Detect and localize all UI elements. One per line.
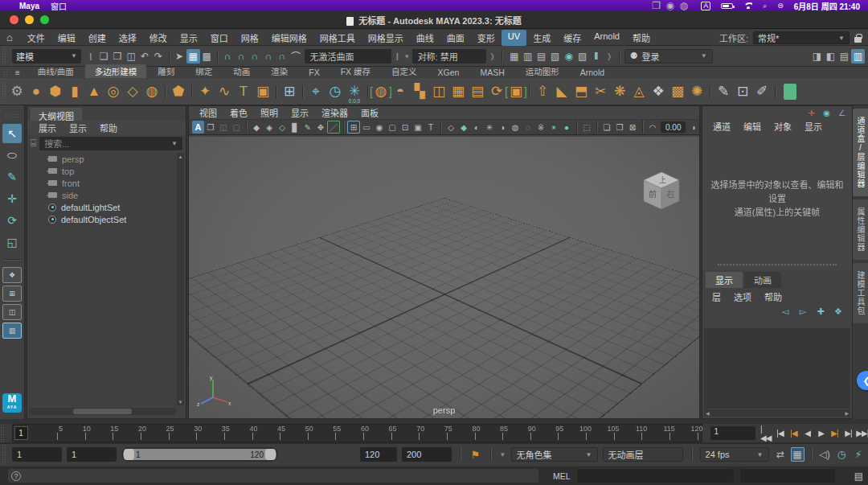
shelf-tab-[interactable]: 动画 <box>223 64 260 78</box>
timeline-tick-115[interactable]: 115 <box>642 425 670 442</box>
move-layer-up-icon[interactable]: ◅ <box>780 306 791 317</box>
step-back-frame-button[interactable]: |◀ <box>775 426 786 441</box>
snap-to-projected-center-icon[interactable]: ∩ <box>262 49 276 64</box>
menu-[interactable]: 缓存 <box>557 30 588 46</box>
login-select[interactable]: ⚉ 登录 ▼ <box>624 49 713 64</box>
shelf-tab-[interactable]: 运动图形 <box>516 64 569 78</box>
timeline-tick-50[interactable]: 50 <box>280 425 309 442</box>
speed-display-icon[interactable]: ◉ <box>821 108 832 117</box>
quadrangulate-icon[interactable]: ❖ <box>649 81 668 102</box>
channel-box-toggle[interactable]: ▤ <box>837 49 851 64</box>
outliner-horizontal-scrollbar[interactable] <box>29 408 176 415</box>
motion-blur-icon[interactable]: ◌ <box>522 121 534 134</box>
snap-to-point-icon[interactable]: ∩ <box>248 49 262 64</box>
rotate-tool[interactable]: ⟳ <box>2 211 22 230</box>
color-swatch[interactable] <box>784 84 796 100</box>
workspace-select[interactable]: 常规*▼ <box>753 31 850 44</box>
shelf-grip[interactable] <box>3 68 9 78</box>
symmetry-dropdown-arrow[interactable]: ▾ <box>405 52 409 60</box>
helix-icon[interactable]: ∿ <box>215 81 234 102</box>
reduce-icon[interactable]: ▤ <box>468 81 487 102</box>
script-editor-icon[interactable]: ▤ <box>854 471 863 482</box>
fps-select[interactable]: 24 fps▼ <box>700 447 769 462</box>
menu-[interactable]: 曲线 <box>410 30 440 46</box>
layout-saved-icon[interactable]: ◫ <box>217 121 230 134</box>
play-backwards-button[interactable]: ◀ <box>802 426 813 441</box>
modeling-toolkit-window-icon[interactable]: ⊞ <box>280 81 299 102</box>
go-to-start-button[interactable]: |◀◀ <box>760 426 772 441</box>
status-line-grip[interactable] <box>2 46 7 66</box>
polygon-torus-icon[interactable]: ◎ <box>104 81 123 102</box>
menu-[interactable]: 选择 <box>113 30 143 46</box>
wireframe-icon[interactable]: ◇ <box>444 121 457 134</box>
timeline-tick-70[interactable]: 70 <box>392 425 420 442</box>
group-collapse-chevron-3[interactable]: ❭ <box>489 52 496 60</box>
scroll-down-arrow[interactable]: ▼ <box>177 398 184 405</box>
create-bookmark-icon[interactable]: ⚑ <box>469 447 482 462</box>
menu-arnold[interactable]: Arnold <box>588 30 626 46</box>
polygon-cube-icon[interactable]: ⬢ <box>46 81 65 102</box>
select-by-object-icon[interactable]: ▦ <box>186 49 200 64</box>
scroll-left-arrow[interactable]: ◀ <box>704 410 711 416</box>
shelf-tab-mash[interactable]: MASH <box>470 67 514 78</box>
snap-to-view-plane-icon[interactable]: ∩ <box>276 49 289 64</box>
resolution-gate-icon[interactable]: ◉ <box>373 121 386 134</box>
lights-icon[interactable]: ⚹ <box>547 121 560 134</box>
shelf-tab-[interactable]: 自定义 <box>382 64 427 78</box>
shelf-tab-[interactable]: 多边形建模 <box>85 64 147 78</box>
menu-uv[interactable]: UV <box>502 30 526 46</box>
undo-icon[interactable]: ↶ <box>138 49 152 64</box>
group-collapse-chevron[interactable]: ❙ <box>88 52 94 60</box>
snap-to-curve-icon[interactable]: ∩ <box>235 49 248 64</box>
shelf-tab-[interactable]: 绑定 <box>186 64 222 78</box>
zero-transform-icon[interactable]: ✳0,0,0 <box>345 81 364 102</box>
grease-pencil-icon[interactable]: ✎ <box>301 121 314 134</box>
viewport-menu-[interactable]: 面板 <box>355 106 384 119</box>
group-collapse-chevron-4[interactable]: ❭ <box>606 52 612 60</box>
menu-[interactable]: 帮助 <box>626 30 657 46</box>
safe-title-icon[interactable]: T <box>424 121 437 134</box>
image-plane-icon[interactable]: ▊ <box>289 121 301 134</box>
multi-cut-preview-icon[interactable]: ✂ <box>591 81 610 102</box>
outliner-item-side[interactable]: side <box>29 189 176 201</box>
fill-hole-icon[interactable]: ▦ <box>448 81 468 102</box>
layout-two-pane-button[interactable]: ◫ <box>2 304 22 320</box>
tool-settings-toggle[interactable]: ◧ <box>824 49 837 64</box>
play-forwards-button[interactable]: ▶ <box>816 426 827 441</box>
safe-action-icon[interactable]: ▣ <box>411 121 424 134</box>
select-tool[interactable]: ↖ <box>2 124 22 143</box>
shelf-tab-arnold[interactable]: Arnold <box>571 67 614 78</box>
timeline-tick-20[interactable]: 20 <box>113 425 141 442</box>
film-gate-icon[interactable]: ▭ <box>360 121 373 134</box>
character-set-arrow[interactable]: ▾ <box>501 450 505 458</box>
layout-four-pane-button[interactable]: ⊞ <box>2 286 22 302</box>
delete-history-icon[interactable]: ◷ <box>326 81 345 102</box>
combine-icon[interactable]: ◍ <box>371 81 391 102</box>
layer-editor-scrollbar[interactable]: ◀ ▶ <box>704 409 850 417</box>
snap-to-grid-icon[interactable]: ∩ <box>221 49 235 64</box>
menu-[interactable]: 编辑网格 <box>265 30 313 46</box>
outliner-menu-[interactable]: 帮助 <box>95 121 122 134</box>
timeline-tick-35[interactable]: 35 <box>197 425 225 442</box>
polygon-cylinder-icon[interactable]: ▮ <box>65 81 84 102</box>
playback-start-field[interactable]: 1 <box>67 447 117 462</box>
scroll-right-arrow[interactable]: ▶ <box>843 410 850 416</box>
layout-single-icon[interactable]: ❐ <box>204 121 217 134</box>
symmetry-field[interactable]: 对称: 禁用 <box>412 49 486 64</box>
exposure-icon[interactable]: ◠ <box>646 121 659 134</box>
macos-app-menu[interactable]: Maya <box>19 2 39 10</box>
open-scene-icon[interactable]: ❒ <box>111 49 125 64</box>
panel-splitter[interactable] <box>718 264 837 265</box>
timeline-tick-85[interactable]: 85 <box>476 425 504 442</box>
sidebar-tab-[interactable]: 通道盒/层编辑器 <box>853 109 868 196</box>
bridge-icon[interactable]: ⬒ <box>571 81 591 102</box>
menu-[interactable]: 变形 <box>471 30 502 46</box>
no-active-surface-field[interactable]: 无激活曲面 <box>305 49 391 64</box>
shaded-icon[interactable]: ◆ <box>457 121 470 134</box>
viewport-canvas[interactable]: 上 前 右 y x z persp <box>189 137 699 418</box>
polygon-sphere-icon[interactable]: ● <box>27 81 46 102</box>
shelf-tab-fx[interactable]: FX <box>299 67 329 78</box>
redo-icon[interactable]: ↷ <box>152 49 166 64</box>
menu-set-select[interactable]: 建模▼ <box>12 49 81 64</box>
layer-menu-[interactable]: 帮助 <box>760 290 787 303</box>
